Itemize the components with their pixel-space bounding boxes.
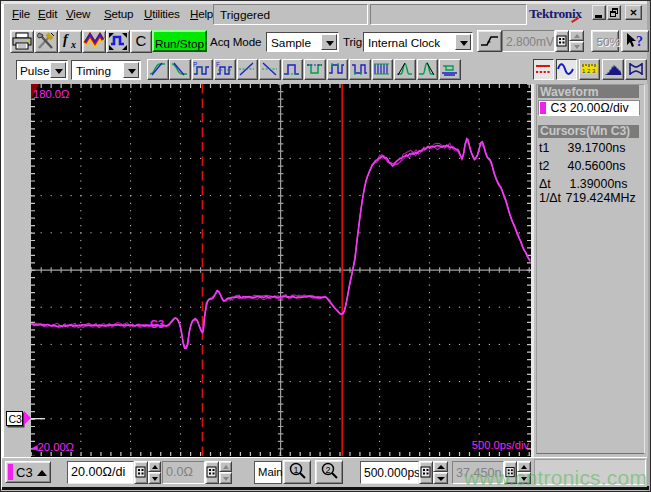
svg-text:1: 1 [294,465,299,475]
svg-text:2: 2 [325,465,330,475]
svg-text:180.0Ω: 180.0Ω [33,88,69,100]
svg-text:C3: C3 [150,318,164,330]
svg-text:500.0ps/div: 500.0ps/div [471,439,529,451]
svg-text:◂20.00Ω: ◂20.00Ω [32,441,74,453]
svg-text:?: ? [636,34,643,49]
svg-text:1 2 3: 1 2 3 [582,68,596,74]
